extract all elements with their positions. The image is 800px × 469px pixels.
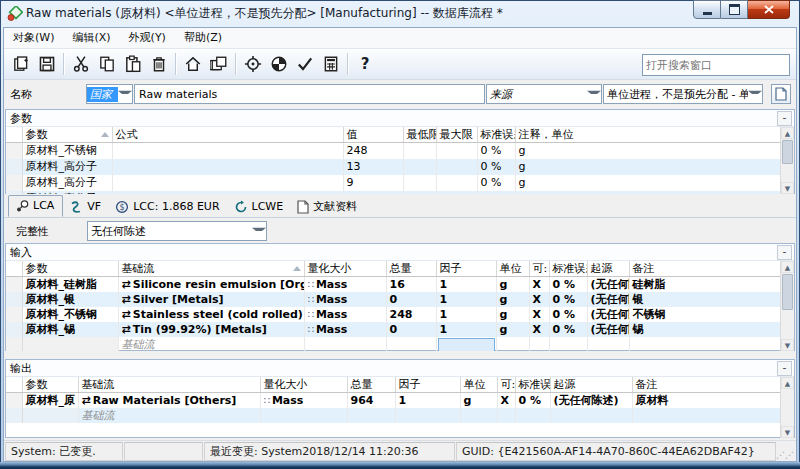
toolbar-separator bbox=[175, 53, 177, 75]
goto-icon[interactable] bbox=[240, 51, 266, 77]
tab-lcwe[interactable]: LCWE bbox=[228, 197, 292, 217]
menu-object[interactable]: 对象(W) bbox=[4, 28, 63, 48]
col-min[interactable]: 最低限 bbox=[403, 127, 436, 143]
chevron-down-icon[interactable] bbox=[748, 85, 762, 103]
chevron-down-icon[interactable] bbox=[252, 222, 266, 240]
col-unit[interactable]: 单位 bbox=[496, 261, 529, 277]
scroll-down-icon[interactable]: ▼ bbox=[781, 182, 794, 194]
title-bar[interactable]: Raw materials (原材料) <单位进程，不是预先分配> [Manuf… bbox=[0, 0, 800, 27]
language-combo[interactable]: 国家 bbox=[86, 84, 133, 104]
chevron-down-icon[interactable] bbox=[587, 85, 601, 103]
tab-lcc[interactable]: $ LCC: 1.868 EUR bbox=[109, 197, 227, 217]
col-track[interactable]: 可: bbox=[497, 377, 515, 393]
new-icon[interactable] bbox=[8, 51, 34, 77]
help-icon[interactable]: ? bbox=[352, 51, 378, 77]
cut-icon[interactable] bbox=[68, 51, 94, 77]
col-std[interactable]: 标准误差 bbox=[477, 127, 515, 143]
check-icon[interactable] bbox=[292, 51, 318, 77]
col-quantity[interactable]: 量化大小 bbox=[304, 261, 386, 277]
cascade-icon[interactable] bbox=[206, 51, 232, 77]
table-row[interactable]: 原材料_不锈钢 248 0 % g bbox=[6, 143, 783, 160]
col-origin[interactable]: 起源 bbox=[587, 261, 629, 277]
close-icon[interactable] bbox=[748, 0, 790, 19]
scroll-up-icon[interactable]: ▲ bbox=[781, 127, 794, 139]
tab-lca[interactable]: LCA bbox=[8, 195, 63, 217]
col-std[interactable]: 标准误差 bbox=[515, 377, 550, 393]
col-param[interactable]: 参数 bbox=[22, 377, 78, 393]
col-flow[interactable]: 基础流 bbox=[78, 377, 260, 393]
col-comment[interactable]: 注释，单位 bbox=[515, 127, 783, 143]
table-row[interactable]: 原材料_高分子 467 0 % g bbox=[6, 191, 783, 194]
outputs-minimize-button[interactable]: - bbox=[777, 361, 792, 376]
col-remark[interactable]: 备注 bbox=[629, 261, 783, 277]
col-value[interactable]: 值 bbox=[343, 127, 403, 143]
col-remark[interactable]: 备注 bbox=[632, 377, 783, 393]
scroll-up-icon[interactable]: ▲ bbox=[781, 377, 794, 389]
scroll-up-icon[interactable]: ▲ bbox=[781, 261, 794, 273]
scrollbar-thumb[interactable] bbox=[782, 140, 793, 164]
status-system: System: 已变更. bbox=[5, 442, 123, 461]
menu-edit[interactable]: 编辑(X) bbox=[63, 28, 119, 48]
table-row[interactable]: 原材料_银 ⇄Silver [Metals] ∷Mass 0 1 g X 0 %… bbox=[6, 292, 783, 307]
new-entry-row[interactable]: 基础流 bbox=[6, 337, 783, 351]
col-factor[interactable]: 因子 bbox=[436, 261, 496, 277]
save-icon[interactable] bbox=[34, 51, 60, 77]
tab-documentation[interactable]: 文献资料 bbox=[291, 197, 365, 217]
calculator-icon[interactable] bbox=[318, 51, 344, 77]
process-type-combo[interactable]: 单位进程，不是预先分配 - 单位 bbox=[603, 84, 763, 104]
col-track[interactable]: 可: bbox=[529, 261, 549, 277]
table-row[interactable]: 原材料_高分子 9 0 % g bbox=[6, 175, 783, 191]
inputs-minimize-button[interactable]: - bbox=[777, 245, 792, 260]
maximize-icon[interactable] bbox=[721, 0, 748, 19]
table-row[interactable]: 原材料_硅树脂 ⇄Silicone resin emulsion [Organ … bbox=[6, 277, 783, 293]
parameters-table-wrap: 参数 公式 值 最低限 最大限 标准误差 注释，单位 原材料_不锈钢 bbox=[6, 127, 794, 194]
process-name-input[interactable] bbox=[134, 84, 485, 104]
table-row[interactable]: 原材料_原 ⇄Raw Materials [Others] ∷Mass 964 … bbox=[6, 393, 783, 409]
search-input[interactable] bbox=[643, 59, 794, 72]
col-std[interactable]: 标准误差 bbox=[549, 261, 587, 277]
col-flow[interactable]: 基础流 bbox=[118, 261, 304, 277]
parameters-scrollbar[interactable]: ▲ ▼ bbox=[780, 127, 794, 194]
col-origin[interactable]: 起源 bbox=[550, 377, 632, 393]
parameters-header-row: 参数 公式 值 最低限 最大限 标准误差 注释，单位 bbox=[6, 127, 783, 143]
source-combo[interactable]: 来源 bbox=[486, 84, 602, 104]
inputs-table: 参数 基础流 量化大小 总量 因子 单位 可: 标准误差 起源 备注 bbox=[6, 261, 783, 351]
col-amount[interactable]: 总量 bbox=[386, 261, 436, 277]
completeness-combo[interactable]: 无任何陈述 bbox=[87, 221, 267, 241]
table-row[interactable]: 原材料_锡 ⇄Tin (99.92%) [Metals] ∷Mass 0 1 g… bbox=[6, 322, 783, 337]
menu-help[interactable]: 帮助(Z) bbox=[175, 28, 231, 48]
minimize-icon[interactable] bbox=[693, 0, 721, 19]
col-param[interactable]: 参数 bbox=[22, 127, 112, 143]
tab-vf[interactable]: VF bbox=[63, 197, 109, 217]
table-row[interactable]: 原材料_高分子 13 0 % g bbox=[6, 159, 783, 175]
scrollbar-thumb[interactable] bbox=[782, 274, 793, 310]
col-unit[interactable]: 单位 bbox=[460, 377, 497, 393]
col-factor[interactable]: 因子 bbox=[395, 377, 460, 393]
new-document-button[interactable] bbox=[771, 84, 791, 104]
delete-icon[interactable] bbox=[146, 51, 172, 77]
resize-grip-icon[interactable]: ⋰⋰ bbox=[776, 451, 796, 462]
inputs-scrollbar[interactable]: ▲ ▼ bbox=[780, 261, 794, 351]
menu-view[interactable]: 外观(Y) bbox=[120, 28, 175, 48]
new-entry-row[interactable]: 基础流 bbox=[6, 408, 783, 423]
parameters-minimize-button[interactable]: - bbox=[777, 111, 792, 126]
exchange-icon: ⇄ bbox=[122, 323, 131, 336]
col-amount[interactable]: 总量 bbox=[347, 377, 395, 393]
chevron-down-icon[interactable] bbox=[118, 85, 132, 103]
table-row[interactable]: 原材料_不锈钢 ⇄Stainless steel (cold rolled) [… bbox=[6, 307, 783, 322]
col-quantity[interactable]: 量化大小 bbox=[260, 377, 347, 393]
quantity-grip-icon: ∷ bbox=[264, 395, 270, 406]
col-max[interactable]: 最大限 bbox=[436, 127, 477, 143]
balance-icon[interactable] bbox=[266, 51, 292, 77]
col-formula[interactable]: 公式 bbox=[112, 127, 343, 143]
toolbar-separator bbox=[63, 53, 65, 75]
focused-cell[interactable] bbox=[438, 338, 495, 352]
outputs-scrollbar[interactable]: ▲ ▼ bbox=[780, 377, 794, 438]
outputs-table-wrap: 参数 基础流 量化大小 总量 因子 单位 可: 标准误差 起源 备注 bbox=[6, 377, 794, 438]
scroll-down-icon[interactable]: ▼ bbox=[781, 339, 794, 351]
copy-icon[interactable] bbox=[94, 51, 120, 77]
scroll-down-icon[interactable]: ▼ bbox=[781, 426, 794, 438]
home-icon[interactable] bbox=[180, 51, 206, 77]
paste-icon[interactable] bbox=[120, 51, 146, 77]
col-param[interactable]: 参数 bbox=[22, 261, 118, 277]
